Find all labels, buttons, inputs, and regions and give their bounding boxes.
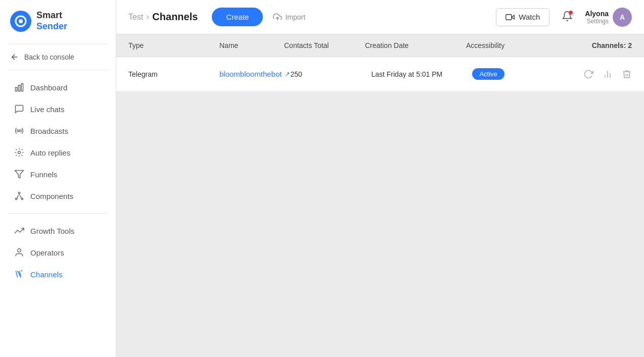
svg-marker-13: [512, 15, 514, 19]
refresh-button[interactable]: [583, 69, 593, 79]
sidebar-item-channels[interactable]: Channels: [4, 264, 112, 285]
user-info: Alyona Settings: [585, 10, 609, 25]
back-arrow-icon: [10, 53, 19, 62]
svg-point-7: [18, 151, 21, 154]
notifications-button[interactable]: [562, 11, 573, 23]
channels-count: Channels: 2: [567, 41, 632, 49]
sidebar-item-label-live-chats: Live chats: [30, 105, 65, 114]
svg-point-8: [18, 192, 20, 194]
sidebar-item-operators[interactable]: Operators: [4, 242, 112, 263]
delete-button[interactable]: [622, 69, 632, 79]
sidebar: Smart Sender Back to console Dashboard: [0, 0, 116, 357]
svg-rect-14: [506, 14, 512, 20]
logo-sender: Sender: [36, 21, 67, 32]
sidebar-item-broadcasts[interactable]: Broadcasts: [4, 120, 112, 141]
svg-rect-4: [18, 85, 20, 91]
sidebar-item-auto-replies[interactable]: Auto replies: [4, 142, 112, 163]
watch-label: Watch: [519, 13, 540, 21]
refresh-icon: [583, 69, 593, 79]
import-label: Import: [285, 13, 305, 21]
svg-point-10: [21, 198, 23, 199]
sidebar-item-growth-tools[interactable]: Growth Tools: [4, 220, 112, 241]
breadcrumb: Test › Channels: [128, 11, 198, 23]
table-row: Telegram bloombloomthebot ↗ 250 Last Fri…: [116, 57, 644, 91]
svg-point-11: [18, 249, 21, 252]
sidebar-item-label-broadcasts: Broadcasts: [30, 127, 68, 135]
sidebar-item-label-auto-replies: Auto replies: [30, 148, 70, 157]
stats-button[interactable]: [603, 69, 613, 79]
nav-main: Dashboard Live chats Broadcasts: [0, 72, 116, 211]
table-header: Type Name Contacts Total Creation Date A…: [116, 34, 644, 57]
sidebar-item-live-chats[interactable]: Live chats: [4, 98, 112, 120]
sidebar-item-label-funnels: Funnels: [30, 170, 57, 179]
creation-date: Last Friday at 5:01 PM: [371, 70, 442, 78]
user-name: Alyona: [585, 10, 609, 18]
sidebar-divider-top: [8, 44, 108, 44]
cell-type: Telegram: [128, 62, 219, 86]
cell-contacts: 250: [290, 62, 371, 86]
back-label: Back to console: [24, 53, 74, 61]
svg-rect-5: [21, 84, 23, 91]
sidebar-item-funnels[interactable]: Funnels: [4, 164, 112, 185]
cell-creation-date: Last Friday at 5:01 PM: [371, 62, 472, 86]
main-content: Test › Channels Create Import Watch: [116, 0, 644, 357]
channels-table: Type Name Contacts Total Creation Date A…: [116, 34, 644, 91]
cloud-upload-icon: [273, 13, 282, 22]
svg-point-6: [18, 130, 20, 132]
bar-chart-icon: [14, 82, 24, 92]
sidebar-item-components[interactable]: Components: [4, 185, 112, 207]
sidebar-item-label-dashboard: Dashboard: [30, 83, 67, 92]
funnels-icon: [14, 169, 24, 179]
active-badge: Active: [472, 68, 504, 80]
col-contacts: Contacts Total: [284, 41, 365, 49]
col-name: Name: [219, 41, 284, 49]
create-button[interactable]: Create: [212, 8, 263, 26]
chat-icon: [14, 104, 24, 114]
user-settings-link: Settings: [585, 18, 609, 25]
sidebar-item-label-growth-tools: Growth Tools: [30, 227, 74, 235]
topbar: Test › Channels Create Import Watch: [116, 0, 644, 34]
content-area: Type Name Contacts Total Creation Date A…: [116, 34, 644, 357]
breadcrumb-separator: ›: [146, 12, 149, 22]
sidebar-item-dashboard[interactable]: Dashboard: [4, 77, 112, 98]
contacts-total: 250: [290, 70, 302, 78]
col-accessibility: Accessibility: [466, 41, 567, 49]
col-creation-date: Creation Date: [365, 41, 466, 49]
breadcrumb-current: Channels: [152, 11, 198, 23]
cell-actions: [573, 61, 632, 87]
logo: Smart Sender: [0, 0, 116, 42]
nav-secondary: Growth Tools Operators Channels: [0, 216, 116, 289]
avatar: A: [613, 8, 632, 27]
channel-name-link[interactable]: bloombloomthebot ↗: [219, 70, 290, 78]
operators-icon: [14, 247, 24, 258]
external-link-icon: ↗: [285, 70, 290, 78]
auto-replies-icon: [14, 147, 24, 158]
bar-stats-icon: [603, 69, 613, 79]
cell-accessibility: Active: [472, 60, 573, 88]
sidebar-item-label-operators: Operators: [30, 248, 64, 257]
breadcrumb-parent: Test: [128, 13, 143, 22]
video-icon: [505, 13, 515, 22]
user-menu[interactable]: Alyona Settings A: [585, 8, 632, 27]
back-to-console-button[interactable]: Back to console: [0, 46, 116, 68]
logo-icon: [10, 11, 31, 32]
components-icon: [14, 191, 24, 201]
watch-button[interactable]: Watch: [496, 8, 549, 26]
col-type: Type: [128, 41, 219, 49]
sidebar-item-label-components: Components: [30, 192, 73, 200]
sidebar-divider-mid: [8, 70, 108, 70]
svg-point-9: [16, 198, 17, 199]
sidebar-divider-bottom: [8, 213, 108, 214]
cell-name: bloombloomthebot ↗: [219, 62, 290, 86]
import-button[interactable]: Import: [273, 13, 305, 22]
trash-icon: [622, 69, 632, 79]
broadcast-icon: [14, 126, 24, 136]
channel-name: bloombloomthebot: [219, 70, 282, 78]
growth-icon: [14, 226, 24, 236]
logo-smart: Smart: [36, 10, 67, 21]
channels-icon: [14, 269, 24, 279]
logo-text: Smart Sender: [36, 10, 67, 32]
channel-type: Telegram: [128, 70, 158, 78]
sidebar-item-label-channels: Channels: [30, 270, 62, 279]
svg-point-2: [19, 19, 23, 23]
